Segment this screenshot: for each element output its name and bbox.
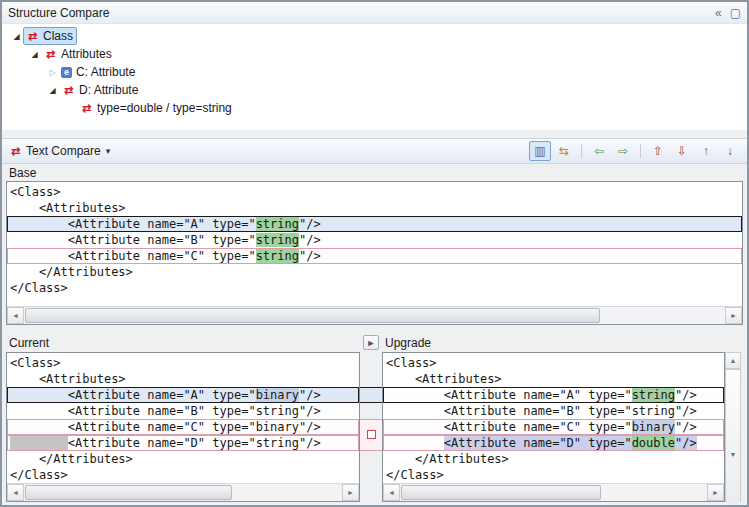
- upgrade-code[interactable]: <Class> <Attributes> <Attribute name="A"…: [383, 353, 724, 483]
- previous-change-icon[interactable]: ↑: [695, 141, 717, 161]
- conflict-change-icon: ⇄: [43, 48, 57, 61]
- code-line[interactable]: <Attribute name="D" type="double"/>: [383, 435, 724, 451]
- code-line[interactable]: </Class>: [7, 280, 742, 296]
- code-line[interactable]: <Attributes>: [7, 371, 359, 387]
- tree-item-content[interactable]: ⇄D: Attribute: [59, 81, 142, 99]
- upgrade-horizontal-scrollbar[interactable]: ◄ ►: [383, 483, 724, 501]
- code-line[interactable]: </Class>: [383, 467, 724, 483]
- code-line[interactable]: <Class>: [383, 355, 724, 371]
- code-line[interactable]: </Attributes>: [7, 264, 742, 280]
- code-line[interactable]: <Class>: [7, 184, 742, 200]
- swap-left-right-icon[interactable]: ⇆: [553, 141, 575, 161]
- scroll-right-button[interactable]: ►: [725, 307, 742, 324]
- selected-diff-connector[interactable]: [360, 387, 382, 403]
- code-line[interactable]: <Attribute name="A" type="string"/>: [383, 387, 724, 403]
- code-text: "/>: [675, 388, 697, 402]
- maximize-panel-icon[interactable]: ▢: [730, 7, 741, 19]
- tree-item-label: D: Attribute: [79, 83, 138, 97]
- scrollbar-track[interactable]: [400, 484, 707, 501]
- conflict-change-icon: ⇄: [25, 30, 39, 43]
- base-code[interactable]: <Class> <Attributes> <Attribute name="A"…: [7, 182, 742, 306]
- current-pane[interactable]: <Class> <Attributes> <Attribute name="A"…: [6, 352, 360, 502]
- code-line[interactable]: <Attribute name="C" type="string"/>: [7, 248, 742, 264]
- conflict-change-icon: ⇄: [61, 84, 75, 97]
- tree-item[interactable]: ◢⇄Class: [2, 27, 747, 45]
- structure-tree[interactable]: ◢⇄Class◢⇄Attributes▷eC: Attribute◢⇄D: At…: [2, 24, 747, 130]
- scroll-right-button[interactable]: ►: [342, 484, 359, 501]
- code-line[interactable]: </Attributes>: [383, 451, 724, 467]
- upgrade-pane-title: Upgrade: [385, 336, 431, 350]
- switch-presentation-icon[interactable]: ▥: [529, 141, 551, 161]
- tree-item[interactable]: ▷eC: Attribute: [2, 63, 747, 81]
- upgrade-pane-label: Upgrade: [382, 334, 725, 352]
- code-line[interactable]: <Attributes>: [7, 200, 742, 216]
- changed-token: binary: [632, 420, 675, 434]
- scrollbar-thumb[interactable]: [25, 308, 600, 323]
- expander-expanded-icon[interactable]: ◢: [10, 32, 23, 41]
- tree-item[interactable]: ⇄type=double / type=string: [2, 99, 747, 117]
- scrollbar-track[interactable]: [24, 307, 725, 324]
- base-pane[interactable]: <Class> <Attributes> <Attribute name="A"…: [6, 181, 743, 325]
- code-line[interactable]: <Attribute name="B" type="string"/>: [7, 232, 742, 248]
- next-difference-icon[interactable]: ⇩: [671, 141, 693, 161]
- code-text: <Class>: [10, 356, 61, 370]
- upgrade-pane[interactable]: <Class> <Attributes> <Attribute name="A"…: [382, 352, 725, 502]
- code-line[interactable]: <Attribute name="A" type="binary"/>: [7, 387, 359, 403]
- code-line[interactable]: </Class>: [7, 467, 359, 483]
- code-line[interactable]: <Class>: [7, 355, 359, 371]
- code-line[interactable]: <Attribute name="C" type="binary"/>: [7, 419, 359, 435]
- scroll-up-button[interactable]: ▲: [726, 353, 740, 369]
- code-line[interactable]: <Attribute name="B" type="string"/>: [7, 403, 359, 419]
- tree-item-label: C: Attribute: [76, 65, 135, 79]
- expander-expanded-icon[interactable]: ◢: [28, 50, 41, 59]
- changed-token: [10, 436, 68, 450]
- diff-connector-handle[interactable]: [367, 430, 376, 439]
- sash-base-bottom[interactable]: [2, 325, 747, 334]
- expander-collapsed-icon[interactable]: ▷: [46, 68, 59, 77]
- code-text: <Attribute name="C" type=": [386, 420, 632, 434]
- code-text: <Attribute name="B" type=": [10, 233, 256, 247]
- scroll-left-button[interactable]: ◄: [7, 484, 24, 501]
- code-line[interactable]: <Attribute name="A" type="string"/>: [7, 216, 742, 232]
- changed-token: "/>: [675, 436, 697, 450]
- tree-item-content[interactable]: ⇄Class: [23, 27, 77, 45]
- toolbar-separator: [640, 144, 641, 158]
- tree-item[interactable]: ◢⇄Attributes: [2, 45, 747, 63]
- sash-structure-text[interactable]: [2, 130, 747, 138]
- side-by-side-panes: Current Upgrade <Class> <Attributes> <At…: [2, 334, 747, 502]
- tree-item-content[interactable]: eC: Attribute: [59, 63, 139, 81]
- scrollbar-thumb[interactable]: [25, 485, 232, 500]
- previous-difference-icon[interactable]: ⇧: [647, 141, 669, 161]
- scroll-right-button[interactable]: ►: [707, 484, 724, 501]
- tree-item-content[interactable]: ⇄Attributes: [41, 45, 116, 63]
- code-text: <Attribute name="A" type=": [10, 217, 256, 231]
- collapse-all-icon[interactable]: «: [715, 7, 722, 19]
- scroll-left-button[interactable]: ◄: [7, 307, 24, 324]
- scroll-down-button[interactable]: ▼: [726, 369, 740, 507]
- scrollbar-thumb[interactable]: [401, 485, 601, 500]
- base-horizontal-scrollbar[interactable]: ◄ ►: [7, 306, 742, 324]
- code-line[interactable]: <Attribute name="D" type="string"/>: [7, 435, 359, 451]
- copy-all-from-right-icon[interactable]: ⇦: [588, 141, 610, 161]
- change-direction-icon[interactable]: ►: [363, 335, 379, 350]
- expander-expanded-icon[interactable]: ◢: [46, 86, 59, 95]
- code-line[interactable]: <Attributes>: [383, 371, 724, 387]
- scroll-left-button[interactable]: ◄: [383, 484, 400, 501]
- code-text: <Attribute name="B" type="string"/>: [386, 404, 697, 418]
- code-line[interactable]: </Attributes>: [7, 451, 359, 467]
- code-line[interactable]: <Attribute name="C" type="binary"/>: [383, 419, 724, 435]
- scrollbar-track[interactable]: [24, 484, 342, 501]
- tree-item-content[interactable]: ⇄type=double / type=string: [77, 99, 236, 117]
- copy-all-from-left-icon[interactable]: ⇨: [612, 141, 634, 161]
- view-menu-dropdown-icon[interactable]: ▾: [106, 146, 111, 156]
- code-text: </Class>: [10, 281, 68, 295]
- tree-item-label: Attributes: [61, 47, 112, 61]
- next-change-icon[interactable]: ↓: [719, 141, 741, 161]
- tree-item[interactable]: ◢⇄D: Attribute: [2, 81, 747, 99]
- code-text: <Attribute name="C" type="binary"/>: [10, 420, 321, 434]
- current-horizontal-scrollbar[interactable]: ◄ ►: [7, 483, 359, 501]
- current-code[interactable]: <Class> <Attributes> <Attribute name="A"…: [7, 353, 359, 483]
- code-line[interactable]: <Attribute name="B" type="string"/>: [383, 403, 724, 419]
- text-compare-toolbar: ▥⇆⇦⇨⇧⇩↑↓: [529, 141, 741, 161]
- upgrade-vertical-scrollbar[interactable]: ▲ ▼: [725, 352, 741, 502]
